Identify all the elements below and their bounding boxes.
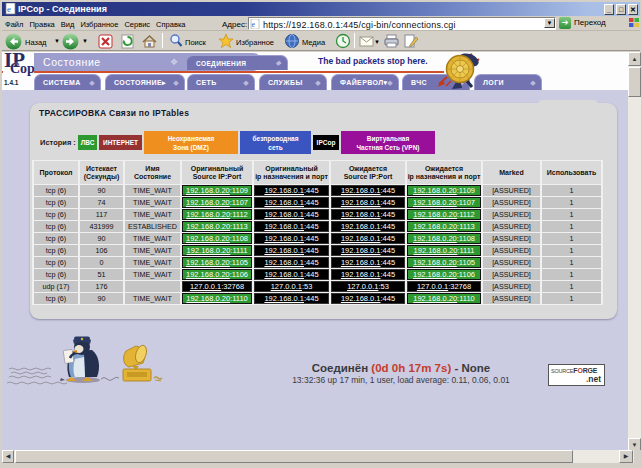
svg-text:e: e: [7, 4, 11, 14]
svg-text:e: e: [252, 20, 256, 29]
